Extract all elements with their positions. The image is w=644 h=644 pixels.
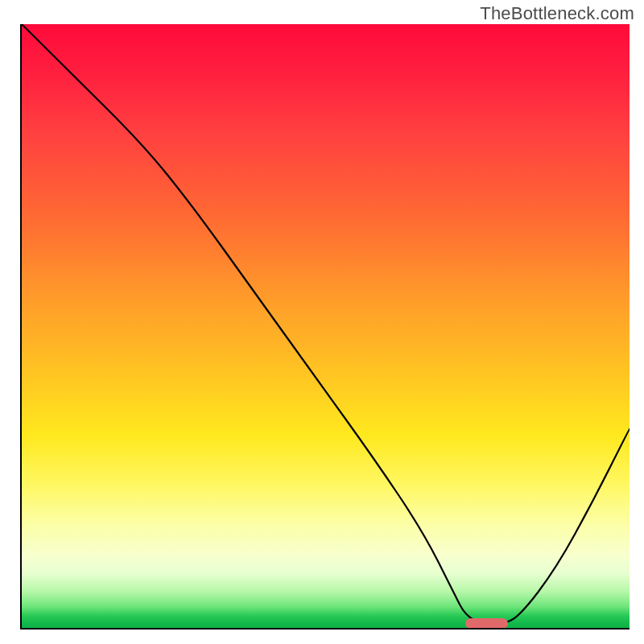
watermark-text: TheBottleneck.com [480, 3, 634, 24]
chart-canvas: TheBottleneck.com [0, 0, 644, 644]
optimal-marker [465, 618, 508, 629]
bottleneck-curve [22, 24, 630, 628]
plot-area [20, 24, 630, 630]
